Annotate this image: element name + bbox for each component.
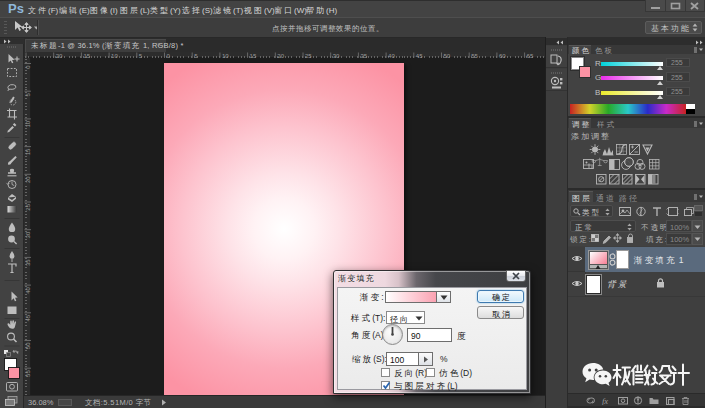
- svg-text:fx: fx: [602, 396, 608, 405]
